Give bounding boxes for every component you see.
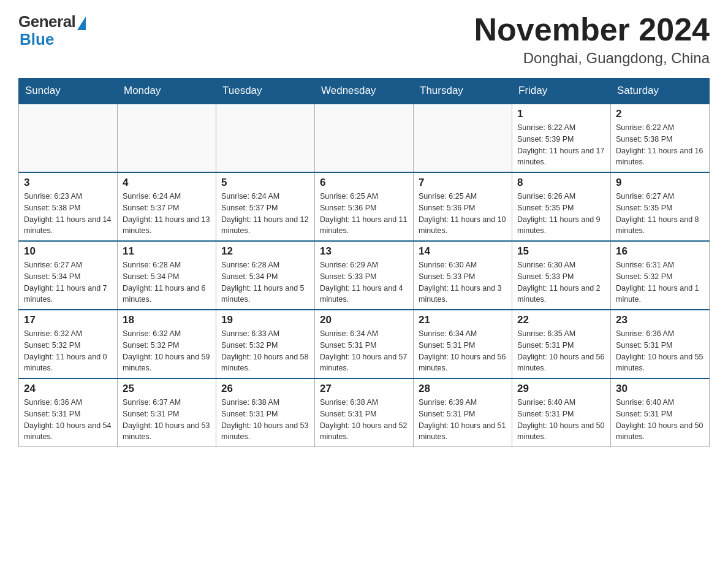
day-info: Sunrise: 6:32 AMSunset: 5:32 PMDaylight:…	[123, 328, 211, 374]
calendar-cell: 2Sunrise: 6:22 AMSunset: 5:38 PMDaylight…	[611, 104, 710, 172]
day-number: 28	[419, 383, 507, 395]
weekday-header-wednesday: Wednesday	[315, 79, 414, 104]
day-number: 5	[221, 177, 309, 189]
weekday-header-row: SundayMondayTuesdayWednesdayThursdayFrid…	[19, 79, 710, 104]
day-number: 6	[320, 177, 408, 189]
day-number: 21	[419, 314, 507, 326]
calendar-cell: 4Sunrise: 6:24 AMSunset: 5:37 PMDaylight…	[118, 172, 216, 241]
day-info: Sunrise: 6:40 AMSunset: 5:31 PMDaylight:…	[517, 397, 605, 443]
month-title: November 2024	[474, 12, 710, 47]
day-number: 29	[517, 383, 605, 395]
calendar-cell	[414, 104, 512, 172]
day-number: 9	[616, 177, 704, 189]
day-number: 14	[419, 245, 507, 258]
logo-general-text: General	[18, 12, 75, 31]
day-info: Sunrise: 6:28 AMSunset: 5:34 PMDaylight:…	[221, 259, 309, 305]
day-info: Sunrise: 6:30 AMSunset: 5:33 PMDaylight:…	[517, 259, 605, 305]
day-number: 11	[123, 245, 211, 258]
day-number: 27	[320, 383, 408, 395]
day-number: 22	[517, 314, 605, 326]
weekday-header-tuesday: Tuesday	[216, 79, 315, 104]
day-number: 1	[517, 108, 605, 120]
calendar-cell: 3Sunrise: 6:23 AMSunset: 5:38 PMDaylight…	[19, 172, 118, 241]
calendar-cell: 5Sunrise: 6:24 AMSunset: 5:37 PMDaylight…	[216, 172, 315, 241]
calendar-cell: 14Sunrise: 6:30 AMSunset: 5:33 PMDayligh…	[414, 241, 512, 310]
day-info: Sunrise: 6:25 AMSunset: 5:36 PMDaylight:…	[419, 191, 507, 237]
day-number: 19	[221, 314, 309, 326]
day-number: 26	[221, 383, 309, 395]
day-info: Sunrise: 6:24 AMSunset: 5:37 PMDaylight:…	[221, 191, 309, 237]
day-info: Sunrise: 6:26 AMSunset: 5:35 PMDaylight:…	[517, 191, 605, 237]
calendar-cell: 26Sunrise: 6:38 AMSunset: 5:31 PMDayligh…	[216, 378, 315, 447]
calendar-cell: 8Sunrise: 6:26 AMSunset: 5:35 PMDaylight…	[512, 172, 611, 241]
calendar-cell: 7Sunrise: 6:25 AMSunset: 5:36 PMDaylight…	[414, 172, 512, 241]
calendar-cell	[118, 104, 216, 172]
day-info: Sunrise: 6:33 AMSunset: 5:32 PMDaylight:…	[221, 328, 309, 374]
day-number: 20	[320, 314, 408, 326]
calendar-cell: 11Sunrise: 6:28 AMSunset: 5:34 PMDayligh…	[118, 241, 216, 310]
week-row-5: 24Sunrise: 6:36 AMSunset: 5:31 PMDayligh…	[19, 378, 710, 447]
day-number: 10	[24, 245, 112, 258]
logo: General Blue	[18, 12, 86, 49]
day-info: Sunrise: 6:40 AMSunset: 5:31 PMDaylight:…	[616, 397, 704, 443]
day-number: 3	[24, 177, 112, 189]
day-number: 24	[24, 383, 112, 395]
logo-triangle-icon	[77, 17, 86, 30]
location-title: Donghai, Guangdong, China	[474, 50, 710, 67]
day-info: Sunrise: 6:22 AMSunset: 5:38 PMDaylight:…	[616, 122, 704, 168]
weekday-header-sunday: Sunday	[19, 79, 118, 104]
day-number: 2	[616, 108, 704, 120]
weekday-header-saturday: Saturday	[611, 79, 710, 104]
day-info: Sunrise: 6:36 AMSunset: 5:31 PMDaylight:…	[24, 397, 112, 443]
calendar-cell: 16Sunrise: 6:31 AMSunset: 5:32 PMDayligh…	[611, 241, 710, 310]
day-number: 17	[24, 314, 112, 326]
calendar-cell: 19Sunrise: 6:33 AMSunset: 5:32 PMDayligh…	[216, 310, 315, 378]
day-number: 30	[616, 383, 704, 395]
day-info: Sunrise: 6:35 AMSunset: 5:31 PMDaylight:…	[517, 328, 605, 374]
calendar-table: SundayMondayTuesdayWednesdayThursdayFrid…	[18, 78, 710, 447]
day-number: 15	[517, 245, 605, 258]
calendar-cell: 30Sunrise: 6:40 AMSunset: 5:31 PMDayligh…	[611, 378, 710, 447]
calendar-cell: 28Sunrise: 6:39 AMSunset: 5:31 PMDayligh…	[414, 378, 512, 447]
calendar-cell: 9Sunrise: 6:27 AMSunset: 5:35 PMDaylight…	[611, 172, 710, 241]
calendar-cell: 12Sunrise: 6:28 AMSunset: 5:34 PMDayligh…	[216, 241, 315, 310]
calendar-cell: 25Sunrise: 6:37 AMSunset: 5:31 PMDayligh…	[118, 378, 216, 447]
day-number: 13	[320, 245, 408, 258]
day-info: Sunrise: 6:23 AMSunset: 5:38 PMDaylight:…	[24, 191, 112, 237]
day-number: 16	[616, 245, 704, 258]
calendar-cell: 23Sunrise: 6:36 AMSunset: 5:31 PMDayligh…	[611, 310, 710, 378]
day-info: Sunrise: 6:36 AMSunset: 5:31 PMDaylight:…	[616, 328, 704, 374]
day-info: Sunrise: 6:24 AMSunset: 5:37 PMDaylight:…	[123, 191, 211, 237]
calendar-cell: 10Sunrise: 6:27 AMSunset: 5:34 PMDayligh…	[19, 241, 118, 310]
title-area: November 2024 Donghai, Guangdong, China	[474, 12, 710, 67]
calendar-cell: 27Sunrise: 6:38 AMSunset: 5:31 PMDayligh…	[315, 378, 414, 447]
calendar-cell: 29Sunrise: 6:40 AMSunset: 5:31 PMDayligh…	[512, 378, 611, 447]
calendar-cell: 17Sunrise: 6:32 AMSunset: 5:32 PMDayligh…	[19, 310, 118, 378]
calendar-cell	[19, 104, 118, 172]
day-info: Sunrise: 6:29 AMSunset: 5:33 PMDaylight:…	[320, 259, 408, 305]
week-row-1: 1Sunrise: 6:22 AMSunset: 5:39 PMDaylight…	[19, 104, 710, 172]
day-info: Sunrise: 6:34 AMSunset: 5:31 PMDaylight:…	[320, 328, 408, 374]
week-row-2: 3Sunrise: 6:23 AMSunset: 5:38 PMDaylight…	[19, 172, 710, 241]
day-info: Sunrise: 6:38 AMSunset: 5:31 PMDaylight:…	[320, 397, 408, 443]
day-number: 25	[123, 383, 211, 395]
day-info: Sunrise: 6:30 AMSunset: 5:33 PMDaylight:…	[419, 259, 507, 305]
weekday-header-friday: Friday	[512, 79, 611, 104]
day-info: Sunrise: 6:28 AMSunset: 5:34 PMDaylight:…	[123, 259, 211, 305]
day-number: 12	[221, 245, 309, 258]
day-info: Sunrise: 6:34 AMSunset: 5:31 PMDaylight:…	[419, 328, 507, 374]
day-number: 23	[616, 314, 704, 326]
day-info: Sunrise: 6:27 AMSunset: 5:34 PMDaylight:…	[24, 259, 112, 305]
day-info: Sunrise: 6:25 AMSunset: 5:36 PMDaylight:…	[320, 191, 408, 237]
day-info: Sunrise: 6:31 AMSunset: 5:32 PMDaylight:…	[616, 259, 704, 305]
calendar-cell: 1Sunrise: 6:22 AMSunset: 5:39 PMDaylight…	[512, 104, 611, 172]
page-header: General Blue November 2024 Donghai, Guan…	[18, 12, 710, 67]
calendar-cell	[216, 104, 315, 172]
weekday-header-thursday: Thursday	[414, 79, 512, 104]
day-info: Sunrise: 6:39 AMSunset: 5:31 PMDaylight:…	[419, 397, 507, 443]
calendar-cell	[315, 104, 414, 172]
logo-blue-text: Blue	[18, 30, 54, 49]
calendar-cell: 21Sunrise: 6:34 AMSunset: 5:31 PMDayligh…	[414, 310, 512, 378]
day-number: 8	[517, 177, 605, 189]
day-number: 18	[123, 314, 211, 326]
